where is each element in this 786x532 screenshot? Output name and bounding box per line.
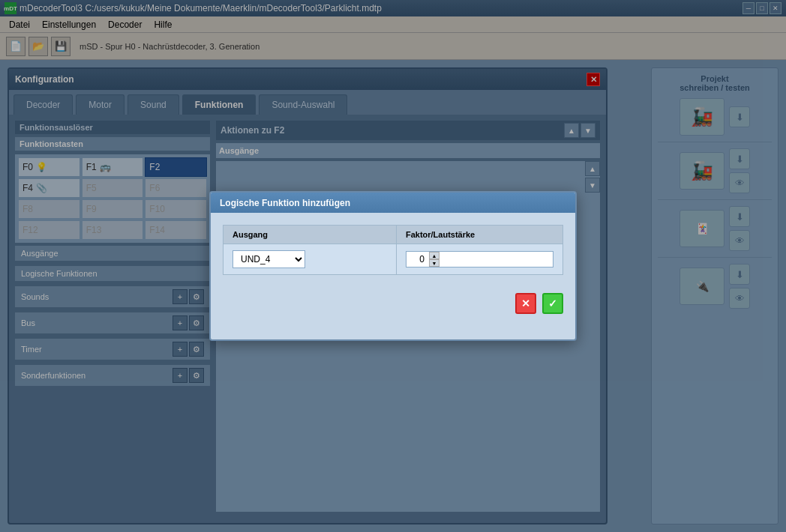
col-ausgang-header: Ausgang xyxy=(224,226,397,244)
modal-table: Ausgang Faktor/Lautstärke UND_1 UND_2 UN… xyxy=(223,225,563,275)
spinner-down-button[interactable]: ▼ xyxy=(429,259,440,267)
ausgang-select[interactable]: UND_1 UND_2 UND_3 UND_4 ODER_1 ODER_2 xyxy=(232,250,305,268)
modal-row: UND_1 UND_2 UND_3 UND_4 ODER_1 ODER_2 xyxy=(224,244,563,275)
modal-titlebar: Logische Funktion hinzufügen xyxy=(211,193,575,213)
modal-dialog: Logische Funktion hinzufügen Ausgang Fak… xyxy=(209,191,577,341)
faktor-spinner: 0 ▲ ▼ xyxy=(406,251,554,267)
col-faktor-header: Faktor/Lautstärke xyxy=(396,226,562,244)
modal-footer: ✕ ✓ xyxy=(211,287,575,323)
modal-cancel-button[interactable]: ✕ xyxy=(515,293,536,314)
modal-body: Ausgang Faktor/Lautstärke UND_1 UND_2 UN… xyxy=(211,213,575,287)
main-area: Konfiguration ✕ Decoder Motor Sound Funk… xyxy=(0,60,786,532)
modal-ok-button[interactable]: ✓ xyxy=(542,293,563,314)
ausgang-cell: UND_1 UND_2 UND_3 UND_4 ODER_1 ODER_2 xyxy=(224,244,397,275)
modal-overlay: Logische Funktion hinzufügen Ausgang Fak… xyxy=(0,0,786,532)
spinner-up-button[interactable]: ▲ xyxy=(429,252,440,259)
modal-title: Logische Funktion hinzufügen xyxy=(220,198,350,208)
faktor-value: 0 xyxy=(406,253,429,266)
spinner-btns: ▲ ▼ xyxy=(429,252,440,267)
faktor-cell: 0 ▲ ▼ xyxy=(396,244,562,275)
